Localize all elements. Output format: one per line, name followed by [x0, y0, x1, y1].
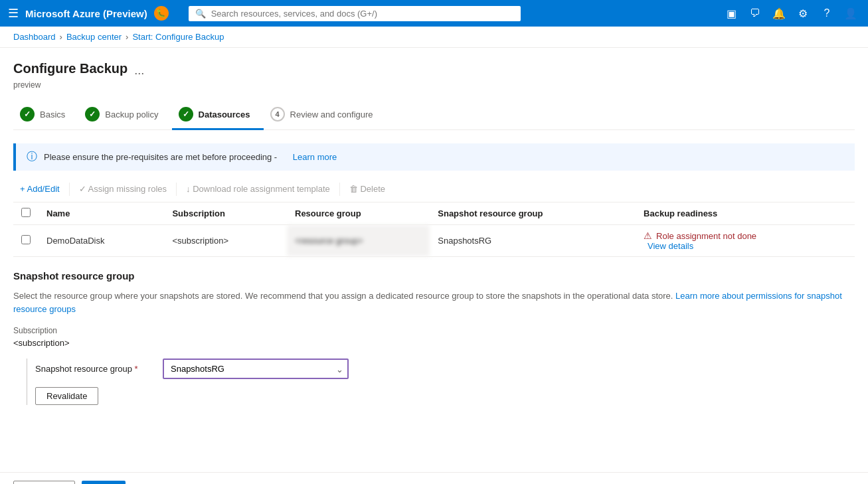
- topbar-actions: ▣ 🗩 🔔 ⚙ ? 👤: [722, 4, 860, 23]
- col-header-name: Name: [39, 202, 164, 225]
- wizard-step-review[interactable]: 4 Review and configure: [264, 100, 387, 130]
- header-checkbox-cell: [13, 202, 39, 225]
- toolbar-divider-2: [176, 183, 177, 196]
- error-icon: ⚠: [644, 230, 652, 241]
- table-body: DemoDataDisk <subscription> <resource gr…: [13, 225, 855, 257]
- hamburger-icon[interactable]: ☰: [8, 6, 19, 21]
- select-all-checkbox[interactable]: [21, 208, 31, 217]
- role-error-badge: ⚠ Role assignment not done: [644, 230, 847, 241]
- step-label-2: Backup policy: [105, 110, 158, 120]
- step-circle-1: ✓: [20, 107, 35, 121]
- row-checkbox-cell: [13, 225, 39, 257]
- col-header-resource-group: Resource group: [287, 202, 430, 225]
- breadcrumb-sep2: ›: [126, 32, 128, 42]
- table-header: Name Subscription Resource group Snapsho…: [13, 202, 855, 225]
- learn-more-link[interactable]: Learn more: [293, 152, 337, 162]
- row-name: DemoDataDisk: [39, 225, 164, 257]
- breadcrumb-configure[interactable]: Start: Configure Backup: [132, 32, 224, 42]
- topbar: ☰ Microsoft Azure (Preview) 🐛 🔍 ▣ 🗩 🔔 ⚙ …: [0, 0, 868, 27]
- info-banner: ⓘ Please ensure the pre-requisites are m…: [13, 143, 855, 171]
- feedback-icon[interactable]: 🗩: [746, 4, 764, 23]
- wizard-step-backup-policy[interactable]: ✓ Backup policy: [78, 100, 171, 130]
- wizard-step-datasources[interactable]: ✓ Datasources: [172, 100, 264, 130]
- snapshot-rg-select[interactable]: SnapshotsRG: [163, 359, 349, 379]
- row-resource-group: <resource group>: [287, 225, 430, 257]
- row-backup-readiness: ⚠ Role assignment not done View details: [636, 225, 855, 257]
- table-toolbar: + Add/Edit ✓ Assign missing roles ↓ Down…: [13, 181, 855, 202]
- datasources-table: Name Subscription Resource group Snapsho…: [13, 202, 855, 257]
- row-subscription: <subscription>: [164, 225, 287, 257]
- wizard-step-basics[interactable]: ✓ Basics: [13, 100, 78, 130]
- page-preview-label: preview: [13, 80, 855, 90]
- subscription-value: <subscription>: [13, 338, 855, 348]
- profile-icon[interactable]: 👤: [841, 4, 860, 23]
- step-circle-3: ✓: [179, 107, 193, 121]
- settings-icon[interactable]: ⚙: [794, 4, 812, 23]
- row-snapshot-rg: SnapshotsRG: [430, 225, 636, 257]
- step-label-1: Basics: [40, 110, 65, 120]
- revalidate-row: Revalidate: [35, 387, 855, 405]
- app-title: Microsoft Azure (Preview): [25, 8, 147, 19]
- assign-roles-button[interactable]: ✓ Assign missing roles: [72, 181, 173, 197]
- toolbar-divider-3: [339, 183, 340, 196]
- required-indicator: *: [135, 364, 138, 374]
- snapshot-rg-select-wrapper: SnapshotsRG ⌄: [163, 359, 349, 379]
- subscription-row: Subscription <subscription>: [13, 326, 855, 356]
- step-circle-2: ✓: [85, 107, 100, 121]
- more-options-button[interactable]: ...: [134, 64, 144, 78]
- wizard-steps: ✓ Basics ✓ Backup policy ✓ Datasources 4…: [13, 100, 855, 130]
- search-input[interactable]: [211, 9, 514, 19]
- subscription-label: Subscription: [13, 326, 855, 335]
- table-row: DemoDataDisk <subscription> <resource gr…: [13, 225, 855, 257]
- page-header: Configure Backup ...: [13, 61, 855, 78]
- subscription-tree: Subscription <subscription> Snapshot res…: [13, 326, 855, 405]
- step-label-3: Datasources: [199, 110, 250, 120]
- add-edit-button[interactable]: + Add/Edit: [13, 181, 66, 197]
- info-icon: ⓘ: [27, 150, 37, 164]
- step-circle-4: 4: [270, 107, 285, 121]
- toolbar-divider-1: [69, 183, 70, 196]
- delete-button[interactable]: 🗑 Delete: [343, 181, 392, 197]
- next-button[interactable]: Next: [82, 481, 126, 484]
- bottom-bar: Previous Next: [0, 472, 868, 484]
- view-details-link[interactable]: View details: [648, 241, 693, 251]
- tree-line: Snapshot resource group * SnapshotsRG ⌄ …: [27, 359, 855, 405]
- terminal-icon[interactable]: ▣: [722, 4, 740, 23]
- step-label-4: Review and configure: [290, 110, 373, 120]
- info-banner-text: Please ensure the pre-requisites are met…: [44, 152, 277, 162]
- breadcrumb-sep1: ›: [60, 32, 62, 42]
- breadcrumb-dashboard[interactable]: Dashboard: [13, 32, 56, 42]
- col-header-backup-readiness: Backup readiness: [636, 202, 855, 225]
- snapshot-section-desc: Select the resource group where your sna…: [13, 289, 855, 315]
- col-header-subscription: Subscription: [164, 202, 287, 225]
- snapshot-rg-section: Snapshot resource group Select the resou…: [13, 270, 855, 405]
- row-checkbox[interactable]: [21, 235, 31, 244]
- notification-icon[interactable]: 🔔: [770, 4, 788, 23]
- download-template-button[interactable]: ↓ Download role assignment template: [179, 181, 337, 197]
- col-header-snapshot-rg: Snapshot resource group: [430, 202, 636, 225]
- revalidate-button[interactable]: Revalidate: [35, 387, 98, 405]
- resource-group-label: Snapshot resource group *: [35, 364, 155, 374]
- role-error-text: Role assignment not done: [656, 231, 756, 241]
- resource-group-row: Snapshot resource group * SnapshotsRG ⌄: [35, 359, 855, 379]
- search-icon: 🔍: [195, 9, 206, 19]
- search-box[interactable]: 🔍: [189, 6, 521, 21]
- snapshot-section-title: Snapshot resource group: [13, 270, 855, 282]
- breadcrumb-backup-center[interactable]: Backup center: [66, 32, 122, 42]
- breadcrumb: Dashboard › Backup center › Start: Confi…: [0, 27, 868, 48]
- main-content: Configure Backup ... preview ✓ Basics ✓ …: [0, 48, 868, 472]
- page-title: Configure Backup: [13, 61, 128, 76]
- bug-icon[interactable]: 🐛: [154, 6, 169, 21]
- help-icon[interactable]: ?: [818, 4, 836, 23]
- previous-button[interactable]: Previous: [13, 481, 75, 484]
